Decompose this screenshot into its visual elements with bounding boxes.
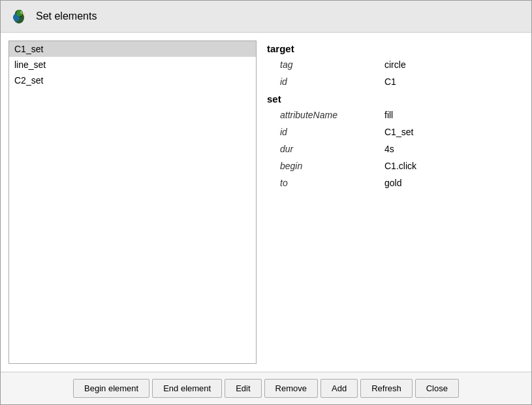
refresh-button[interactable]: Refresh — [360, 379, 413, 398]
set-begin-key: begin — [280, 161, 384, 171]
edit-button[interactable]: Edit — [225, 379, 261, 398]
set-dur-value: 4s — [384, 144, 394, 154]
details-panel: target tag circle id C1 set attributeNam… — [267, 40, 524, 364]
target-section-title: target — [267, 43, 524, 54]
remove-button[interactable]: Remove — [264, 379, 318, 398]
end-element-button[interactable]: End element — [152, 379, 222, 398]
title-bar: Set elements — [1, 1, 531, 33]
begin-element-button[interactable]: Begin element — [73, 379, 149, 398]
set-id-value: C1_set — [384, 127, 413, 137]
set-to-value: gold — [384, 178, 401, 188]
set-to-key: to — [280, 178, 384, 188]
content-area: C1_set line_set C2_set target tag circle… — [1, 33, 531, 372]
svg-marker-2 — [23, 13, 25, 15]
set-to-row: to gold — [267, 178, 524, 188]
set-section-title: set — [267, 93, 524, 105]
set-dur-row: dur 4s — [267, 144, 524, 154]
set-dur-key: dur — [280, 144, 384, 154]
target-id-row: id C1 — [267, 76, 524, 87]
target-tag-row: tag circle — [267, 59, 524, 70]
main-window: Set elements C1_set line_set C2_set targ… — [0, 0, 532, 405]
list-item[interactable]: C1_set — [9, 41, 256, 57]
set-begin-value: C1.click — [384, 161, 416, 171]
elements-list-scroll[interactable]: C1_set line_set C2_set — [9, 41, 256, 363]
add-button[interactable]: Add — [321, 379, 358, 398]
target-tag-value: circle — [384, 59, 406, 70]
list-item[interactable]: C2_set — [9, 73, 256, 88]
elements-list-panel: C1_set line_set C2_set — [8, 40, 257, 364]
set-attributename-value: fill — [384, 110, 393, 120]
set-begin-row: begin C1.click — [267, 161, 524, 171]
list-item[interactable]: line_set — [9, 57, 256, 73]
target-tag-key: tag — [280, 59, 384, 70]
svg-point-6 — [22, 12, 23, 13]
set-id-key: id — [280, 127, 384, 137]
app-icon — [8, 6, 29, 27]
window-title: Set elements — [36, 10, 97, 22]
set-id-row: id C1_set — [267, 127, 524, 137]
button-bar: Begin element End element Edit Remove Ad… — [1, 372, 531, 404]
close-button[interactable]: Close — [415, 379, 459, 398]
set-attributename-key: attributeName — [280, 110, 384, 120]
set-attributename-row: attributeName fill — [267, 110, 524, 120]
target-id-key: id — [280, 76, 384, 87]
target-id-value: C1 — [384, 76, 396, 87]
